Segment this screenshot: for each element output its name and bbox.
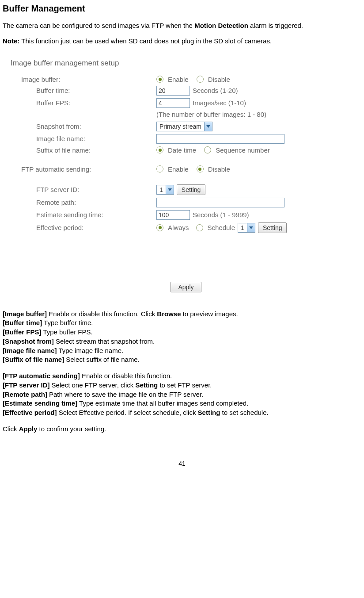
image-buffer-enable-radio[interactable] [156,76,163,83]
def-bold: Setting [135,381,158,389]
def-text: Select suffix of file name. [64,356,140,363]
def-bold: Setting [198,409,220,416]
setup-heading: Image buffer management setup [11,59,361,68]
def-effective-period: [Effective period] Select Effective peri… [3,409,361,417]
def-text: Select stream that snapshot from. [54,337,155,345]
def-term: [Effective period] [3,409,57,416]
remote-path-input[interactable] [156,198,284,207]
buffer-fps-suffix: Images/sec (1-10) [193,99,246,107]
buffer-time-input[interactable] [156,86,190,96]
ftp-server-id-label: FTP server ID: [11,186,156,193]
def-est-send: [Estimate sending time] Type estimate ti… [3,399,361,408]
def-term: [Buffer time] [3,319,42,326]
effective-schedule-select[interactable]: 1 [238,223,255,233]
buffer-fps-input[interactable] [156,98,190,108]
effective-schedule-radio[interactable] [196,224,203,231]
effective-schedule-value: 1 [238,224,247,231]
definitions-group-2: [FTP automatic sending] Enable or disabl… [3,372,361,417]
note-paragraph: Note: This function just can be used whe… [3,37,361,46]
def-buffer-time: [Buffer time] Type buffer time. [3,319,361,327]
buffer-time-label: Buffer time: [11,87,156,94]
chevron-down-icon [204,122,212,131]
suffix-datetime-radio[interactable] [156,146,163,153]
suffix-datetime-text: Date time [168,146,196,154]
effective-always-radio[interactable] [156,224,163,231]
def-ftp-server-id: [FTP server ID] Select one FTP server, c… [3,381,361,390]
def-term: [Remote path] [3,391,47,398]
svg-marker-1 [168,188,172,191]
est-send-suffix: Seconds (1 - 9999) [193,211,249,218]
buffer-hint: (The number of buffer images: 1 - 80) [11,111,361,118]
chevron-down-icon [166,185,174,194]
image-buffer-disable-radio[interactable] [197,76,204,83]
svg-marker-2 [249,226,253,229]
def-text: Path where to save the image file on the… [47,391,203,398]
suffix-sequence-text: Sequence number [216,146,270,154]
apply-button[interactable]: Apply [171,282,201,292]
closing-paragraph: Click Apply to confirm your setting. [3,425,361,433]
def-ftp-auto: [FTP automatic sending] Enable or disabl… [3,372,361,380]
note-text: This function just can be used when SD c… [19,37,272,45]
est-send-input[interactable] [156,210,190,220]
ftp-auto-enable-radio[interactable] [156,165,163,172]
image-file-name-label: Image file name: [11,135,156,142]
def-bold: Browse [157,310,181,318]
ftp-auto-label: FTP automatic sending: [11,165,156,173]
def-text: Select Effective period. If select sched… [57,409,198,416]
buffer-fps-label: Buffer FPS: [11,99,156,107]
def-term: [Image file name] [3,347,57,354]
image-buffer-enable-text: Enable [168,76,189,83]
def-text: Enable or disable this function. [80,372,172,380]
closing-before: Click [3,425,19,433]
note-label: Note: [3,37,19,45]
def-term: [Buffer FPS] [3,328,42,336]
definitions-group-1: [Image buffer] Enable or disable this fu… [3,310,361,364]
effective-setting-button[interactable]: Setting [258,222,287,233]
def-text: to preview images. [181,310,238,318]
closing-after: to confirm your setting. [37,425,106,433]
def-term: [FTP server ID] [3,381,49,389]
def-image-file-name: [Image file name] Type image file name. [3,347,361,355]
chevron-down-icon [247,223,255,232]
svg-marker-0 [206,125,210,128]
def-text: Type estimate time that all buffer image… [77,399,248,407]
def-term: [FTP automatic sending] [3,372,80,380]
def-image-buffer: [Image buffer] Enable or disable this fu… [3,310,361,318]
def-text: Type image file name. [57,347,124,354]
ftp-auto-enable-text: Enable [168,165,189,173]
ftp-server-setting-button[interactable]: Setting [177,184,206,195]
page-number: 41 [3,460,361,467]
def-term: [Snapshot from] [3,337,54,345]
suffix-label: Suffix of file name: [11,146,156,154]
def-text: to set FTP server. [158,381,212,389]
ftp-server-id-value: 1 [157,186,166,193]
def-term: [Image buffer] [3,310,47,318]
remote-path-label: Remote path: [11,199,156,206]
def-text: Select one FTP server, click [49,381,135,389]
def-snapshot-from: [Snapshot from] Select stream that snaps… [3,337,361,346]
image-buffer-label: Image buffer: [11,76,156,83]
suffix-sequence-radio[interactable] [204,146,211,153]
ftp-auto-disable-radio[interactable] [197,165,204,172]
def-remote-path: [Remote path] Path where to save the ima… [3,391,361,399]
def-term: [Suffix of file name] [3,356,64,363]
snapshot-from-value: Primary stream [157,123,204,130]
image-buffer-disable-text: Disable [208,76,230,83]
est-send-label: Estimate sending time: [11,211,156,218]
snapshot-from-label: Snapshot from: [11,123,156,130]
snapshot-from-select[interactable]: Primary stream [156,122,212,131]
intro-paragraph: The camera can be configured to send ima… [3,22,361,30]
def-suffix: [Suffix of file name] Select suffix of f… [3,356,361,364]
closing-bold: Apply [19,425,38,433]
ftp-auto-disable-text: Disable [208,165,230,173]
image-file-name-input[interactable] [156,134,284,144]
def-text: Type buffer FPS. [42,328,93,336]
setup-panel: Image buffer management setup Image buff… [11,59,361,292]
def-text: Type buffer time. [42,319,93,326]
intro-bold: Motion Detection [194,22,248,29]
def-text: Enable or disable this function. Click [47,310,157,318]
effective-always-text: Always [168,224,189,231]
def-buffer-fps: [Buffer FPS] Type buffer FPS. [3,328,361,337]
buffer-time-suffix: Seconds (1-20) [193,87,238,94]
ftp-server-id-select[interactable]: 1 [156,185,174,195]
